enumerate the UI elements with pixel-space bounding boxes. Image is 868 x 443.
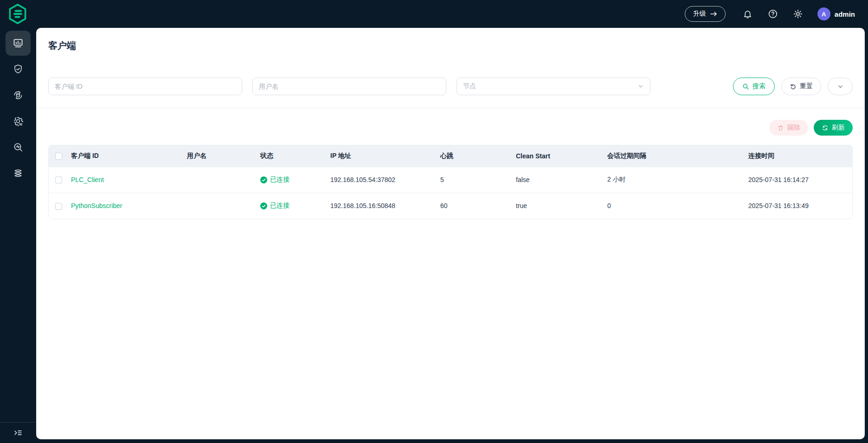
keepalive-cell: 60 — [437, 193, 513, 219]
connected-at-cell: 2025-07-31 16:14:27 — [746, 167, 852, 193]
header-status: 状态 — [257, 145, 328, 167]
table-header-row: 客户端 ID 用户名 状态 IP 地址 心跳 Clean Start 会话过期间… — [49, 145, 852, 167]
user-menu[interactable]: A admin — [817, 7, 855, 20]
header-client-id: 客户端 ID — [68, 145, 184, 167]
header-session-expiry: 会话过期间隔 — [604, 145, 746, 167]
keepalive-cell: 5 — [437, 167, 513, 193]
emqx-logo-icon[interactable] — [6, 2, 29, 26]
header-connected-at: 连接时间 — [746, 145, 852, 167]
layers-icon — [13, 168, 24, 179]
clean-start-cell: false — [513, 167, 604, 193]
arrow-right-icon — [710, 11, 717, 17]
top-bar: 升级 A admin — [0, 0, 868, 28]
row-checkbox[interactable] — [55, 176, 62, 183]
clean-start-cell: true — [513, 193, 604, 219]
sidebar-item-extensions[interactable] — [6, 161, 31, 186]
sidebar-item-access-control[interactable] — [6, 57, 31, 82]
status-label: 已连接 — [270, 202, 289, 210]
username-cell — [184, 193, 257, 219]
refresh-icon — [822, 124, 829, 131]
refresh-label: 刷新 — [832, 124, 845, 132]
table-row: PythonSubscriber 已连接 192.168.105.16:5084… — [49, 193, 852, 219]
client-id-link[interactable]: PythonSubscriber — [71, 202, 122, 209]
magnifier-pulse-icon — [13, 142, 24, 153]
content-panel: 客户端 节点 搜索 重置 — [36, 28, 865, 439]
node-filter-select[interactable]: 节点 — [457, 78, 650, 95]
sidebar-item-integration[interactable] — [6, 83, 31, 108]
reset-label: 重置 — [800, 82, 813, 91]
search-icon — [742, 83, 749, 90]
dashboard-icon — [13, 38, 24, 49]
question-circle-icon — [768, 9, 778, 19]
table-row: PLC_Client 已连接 192.168.105.54:37802 5 fa… — [49, 167, 852, 193]
filter-actions: 搜索 重置 — [733, 78, 853, 95]
chevron-down-icon — [837, 83, 844, 90]
status-badge: 已连接 — [260, 176, 289, 184]
session-expiry-cell: 2 小时 — [604, 167, 746, 193]
toggle-advanced-filters-button[interactable] — [828, 78, 853, 95]
ip-cell: 192.168.105.54:37802 — [328, 167, 437, 193]
username-label: admin — [835, 10, 855, 18]
reset-icon — [790, 83, 797, 90]
chevron-down-icon — [637, 83, 644, 90]
notifications-button[interactable] — [742, 8, 753, 20]
upgrade-button[interactable]: 升级 — [685, 6, 726, 22]
page-title: 客户端 — [48, 28, 853, 52]
connected-check-icon — [260, 176, 267, 183]
refresh-button[interactable]: 刷新 — [814, 120, 853, 136]
status-label: 已连接 — [270, 176, 289, 184]
sidebar-item-diagnose[interactable] — [6, 135, 31, 160]
avatar: A — [817, 7, 830, 20]
gear-icon — [793, 9, 803, 19]
settings-button[interactable] — [792, 8, 804, 20]
select-all-checkbox[interactable] — [55, 153, 62, 160]
section-divider — [36, 108, 865, 108]
kick-out-button[interactable]: 踢除 — [769, 120, 808, 136]
header-clean-start: Clean Start — [513, 145, 604, 167]
connected-at-cell: 2025-07-31 16:13:49 — [746, 193, 852, 219]
session-expiry-cell: 0 — [604, 193, 746, 219]
client-id-link[interactable]: PLC_Client — [71, 176, 104, 183]
clientid-filter-input[interactable] — [48, 78, 242, 95]
username-filter-input[interactable] — [252, 78, 446, 95]
row-checkbox[interactable] — [55, 203, 62, 210]
ip-cell: 192.168.105.16:50848 — [328, 193, 437, 219]
expand-sidebar-icon — [13, 428, 23, 438]
help-button[interactable] — [767, 8, 778, 20]
sidebar-collapse-toggle[interactable] — [0, 422, 36, 443]
search-button[interactable]: 搜索 — [733, 78, 775, 95]
bell-icon — [743, 9, 752, 19]
data-sync-icon — [13, 90, 24, 101]
topbar-actions: 升级 A admin — [685, 6, 868, 22]
kick-out-label: 踢除 — [787, 124, 800, 132]
trash-icon — [777, 124, 784, 131]
shield-check-icon — [13, 64, 24, 75]
table-toolbar: 踢除 刷新 — [48, 120, 853, 136]
upgrade-label: 升级 — [693, 10, 706, 18]
reset-button[interactable]: 重置 — [781, 78, 821, 95]
username-cell — [184, 167, 257, 193]
filter-bar: 节点 搜索 重置 — [48, 78, 853, 95]
header-username: 用户名 — [184, 145, 257, 167]
connected-check-icon — [260, 202, 267, 209]
sidebar-item-management[interactable] — [6, 109, 31, 134]
sidebar — [0, 28, 36, 443]
header-keepalive: 心跳 — [437, 145, 513, 167]
header-ip: IP 地址 — [328, 145, 437, 167]
search-label: 搜索 — [752, 82, 765, 91]
sidebar-item-monitoring[interactable] — [6, 31, 31, 56]
status-badge: 已连接 — [260, 202, 289, 210]
node-select-placeholder: 节点 — [463, 82, 476, 91]
clients-table: 客户端 ID 用户名 状态 IP 地址 心跳 Clean Start 会话过期间… — [48, 145, 853, 219]
gear-settings-icon — [13, 116, 24, 127]
